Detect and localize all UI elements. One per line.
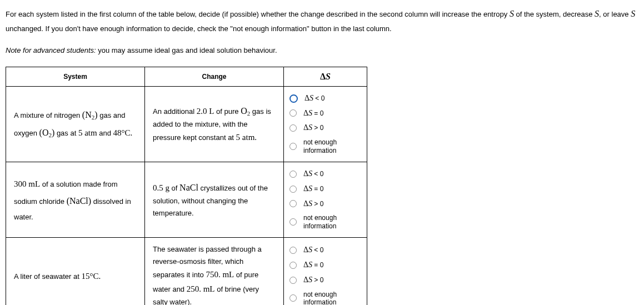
option-gt-label: ΔS > 0 — [303, 199, 323, 209]
option-eq-label: ΔS = 0 — [303, 261, 323, 270]
option-lt-label: ΔS < 0 — [303, 246, 323, 255]
instructions-text: For each system listed in the first colu… — [6, 6, 638, 36]
change-cell: 0.5 g of NaCl crystallizes out of the so… — [145, 162, 284, 237]
entropy-table: System Change ΔS A mixture of nitrogen (… — [6, 67, 367, 305]
option-gt-label: ΔS > 0 — [303, 276, 323, 285]
radio-eq[interactable] — [289, 109, 297, 117]
radio-lt[interactable] — [289, 247, 297, 254]
table-row: 300 mL of a solution made from sodium ch… — [6, 162, 367, 237]
system-cell: 300 mL of a solution made from sodium ch… — [6, 162, 145, 237]
radio-lt[interactable] — [289, 94, 298, 103]
radio-lt[interactable] — [289, 171, 297, 178]
system-cell: A liter of seawater at 15°C. — [6, 238, 145, 305]
change-cell: An additional 2.0 L of pure O2 gas is ad… — [145, 86, 284, 162]
delta-cell: ΔS < 0 ΔS = 0 ΔS > 0 not enough informat… — [284, 162, 367, 237]
option-lt-label: ΔS < 0 — [303, 169, 323, 179]
system-cell: A mixture of nitrogen (N2) gas and oxyge… — [6, 86, 145, 162]
radio-nei[interactable] — [289, 294, 297, 302]
radio-gt[interactable] — [289, 277, 297, 284]
option-nei-label: not enough information — [303, 138, 361, 154]
option-nei-label: not enough information — [303, 214, 361, 230]
table-row: A liter of seawater at 15°C. The seawate… — [6, 238, 367, 305]
header-delta-s: ΔS — [284, 67, 367, 86]
header-change: Change — [145, 67, 284, 86]
radio-nei[interactable] — [289, 143, 297, 150]
option-nei-label: not enough information — [303, 291, 361, 305]
header-system: System — [6, 67, 145, 86]
radio-gt[interactable] — [289, 200, 297, 207]
delta-cell: ΔS < 0 ΔS = 0 ΔS > 0 not enough informat… — [284, 238, 367, 305]
change-cell: The seawater is passed through a reverse… — [145, 238, 284, 305]
radio-eq[interactable] — [289, 262, 297, 269]
radio-eq[interactable] — [289, 186, 297, 193]
delta-cell: ΔS < 0 ΔS = 0 ΔS > 0 not enough informat… — [284, 86, 367, 162]
radio-gt[interactable] — [289, 124, 297, 132]
note-text: Note for advanced students: you may assu… — [6, 44, 638, 58]
option-gt-label: ΔS > 0 — [303, 123, 323, 133]
table-row: A mixture of nitrogen (N2) gas and oxyge… — [6, 86, 367, 162]
option-lt-label: ΔS < 0 — [304, 94, 325, 103]
radio-nei[interactable] — [289, 218, 297, 226]
option-eq-label: ΔS = 0 — [303, 184, 323, 194]
option-eq-label: ΔS = 0 — [303, 109, 323, 118]
